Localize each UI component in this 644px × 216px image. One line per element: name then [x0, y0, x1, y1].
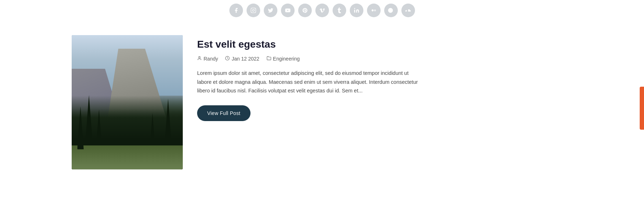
post-title: Est velit egestas [197, 39, 466, 50]
tumblr-icon[interactable] [333, 4, 346, 17]
svg-point-1 [252, 9, 254, 11]
post-meta: Randy Jan 12 2022 Engineering [197, 56, 466, 62]
scribd-icon[interactable] [384, 4, 398, 17]
post-image [72, 35, 183, 169]
post-excerpt: Lorem ipsum dolor sit amet, consectetur … [197, 69, 419, 95]
linkedin-icon[interactable] [350, 4, 363, 17]
flickr-icon[interactable] [367, 4, 381, 17]
date-icon [225, 56, 230, 62]
svg-point-6 [372, 9, 373, 11]
svg-rect-0 [251, 8, 256, 13]
svg-point-8 [199, 57, 200, 58]
right-accent-bar [640, 87, 644, 130]
svg-point-2 [254, 9, 255, 9]
soundcloud-icon[interactable] [401, 4, 415, 17]
post-category: Engineering [273, 56, 300, 62]
author-name: Randy [204, 56, 218, 62]
svg-rect-4 [354, 10, 355, 13]
post-date: Jan 12 2022 [232, 56, 259, 62]
pinterest-icon[interactable] [298, 4, 312, 17]
vimeo-icon[interactable] [315, 4, 329, 17]
category-icon [267, 56, 271, 62]
social-bar [0, 0, 644, 28]
youtube-icon[interactable] [281, 4, 295, 17]
instagram-icon[interactable] [247, 4, 260, 17]
post-details: Est velit egestas Randy Jan 12 2022 Engi… [197, 35, 466, 121]
category-meta: Engineering [267, 56, 300, 62]
svg-point-5 [354, 8, 355, 9]
author-icon [197, 56, 202, 62]
main-content: Est velit egestas Randy Jan 12 2022 Engi… [0, 28, 466, 184]
svg-point-7 [374, 9, 376, 11]
date-meta: Jan 12 2022 [225, 56, 259, 62]
twitter-icon[interactable] [264, 4, 277, 17]
author-meta: Randy [197, 56, 218, 62]
facebook-icon[interactable] [229, 4, 243, 17]
view-full-post-button[interactable]: View Full Post [197, 105, 251, 121]
